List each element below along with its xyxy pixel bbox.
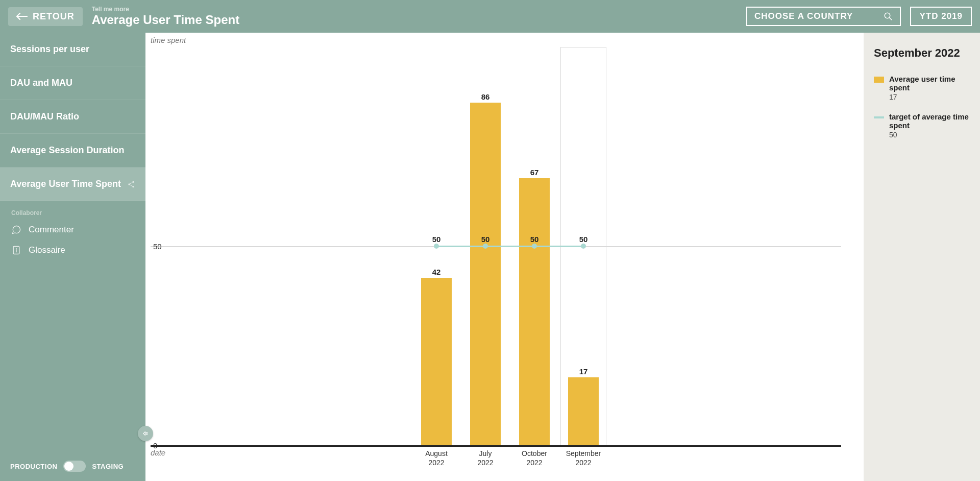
target-value-label: 50 xyxy=(530,235,539,244)
target-point[interactable] xyxy=(532,244,537,249)
collab-item-label: Commenter xyxy=(29,225,74,235)
svg-point-3 xyxy=(132,186,134,187)
main: time spent 50042August202286July202267Oc… xyxy=(145,33,980,481)
x-category-label: August2022 xyxy=(412,449,461,467)
legend-name: Average user time spent xyxy=(889,75,970,92)
bar-value-label: 67 xyxy=(519,168,550,177)
sidebar-item-label: DAU/MAU Ratio xyxy=(10,111,79,122)
target-value-label: 50 xyxy=(481,235,490,244)
env-production-label: PRODUCTION xyxy=(10,463,57,470)
collab-section-label: Collaborer xyxy=(0,201,145,220)
svg-point-5 xyxy=(16,248,17,250)
legend-entry-line: target of average time spent 50 xyxy=(874,112,970,139)
svg-point-1 xyxy=(132,181,134,182)
x-axis-title: date xyxy=(151,448,165,457)
arrow-left-icon xyxy=(16,13,28,20)
x-category-label: September2022 xyxy=(559,449,608,467)
sidebar-item-label: Average Session Duration xyxy=(10,145,124,156)
back-button[interactable]: RETOUR xyxy=(8,7,83,26)
sidebar-item-label: Average User Time Spent xyxy=(10,179,121,189)
svg-point-2 xyxy=(128,183,130,185)
x-category-label: July2022 xyxy=(461,449,510,467)
legend-value: 17 xyxy=(889,93,970,101)
legend-swatch-line xyxy=(874,116,884,118)
document-icon xyxy=(11,245,21,255)
body: Sessions per user DAU and MAU DAU/MAU Ra… xyxy=(0,33,980,481)
y-axis-title: time spent xyxy=(151,36,186,44)
sidebar: Sessions per user DAU and MAU DAU/MAU Ra… xyxy=(0,33,145,481)
chart-bar[interactable] xyxy=(568,377,599,445)
legend-swatch-bar xyxy=(874,77,884,83)
collab-item-label: Glossaire xyxy=(29,245,65,255)
sidebar-item-avg-user-time-spent[interactable]: Average User Time Spent xyxy=(0,167,145,201)
info-panel: September 2022 Average user time spent 1… xyxy=(864,33,980,481)
search-icon xyxy=(884,12,893,21)
legend-value: 50 xyxy=(889,131,970,139)
chart-bar[interactable] xyxy=(519,178,550,445)
chart-bar[interactable] xyxy=(421,278,452,445)
bar-value-label: 86 xyxy=(470,92,501,101)
sidebar-item-label: Sessions per user xyxy=(10,44,89,55)
info-panel-title: September 2022 xyxy=(874,46,970,60)
sidebar-item-avg-session-duration[interactable]: Average Session Duration xyxy=(0,134,145,167)
comment-icon xyxy=(11,225,21,235)
target-value-label: 50 xyxy=(432,235,441,244)
sidebar-item-sessions-per-user[interactable]: Sessions per user xyxy=(0,33,145,66)
sidebar-item-dau-mau-ratio[interactable]: DAU/MAU Ratio xyxy=(0,100,145,134)
legend-entry-bar: Average user time spent 17 xyxy=(874,75,970,101)
env-toggle: PRODUCTION STAGING xyxy=(0,451,145,481)
chart-bar[interactable] xyxy=(470,103,501,445)
sidebar-item-dau-mau[interactable]: DAU and MAU xyxy=(0,66,145,100)
x-category-label: October2022 xyxy=(510,449,559,467)
tell-me-more-link[interactable]: Tell me more xyxy=(92,6,239,13)
country-selector-label: CHOOSE A COUNTRY xyxy=(754,11,853,21)
country-selector[interactable]: CHOOSE A COUNTRY xyxy=(746,7,901,26)
sidebar-commenter[interactable]: Commenter xyxy=(0,220,145,240)
target-value-label: 50 xyxy=(579,235,588,244)
target-point[interactable] xyxy=(483,244,488,249)
x-axis xyxy=(151,445,841,447)
env-staging-label: STAGING xyxy=(92,463,124,470)
chart-area: time spent 50042August202286July202267Oc… xyxy=(145,33,864,481)
chart: 50042August202286July202267October202217… xyxy=(179,47,841,445)
target-line xyxy=(436,246,583,247)
target-point[interactable] xyxy=(434,244,439,249)
env-switch[interactable] xyxy=(63,461,86,472)
sidebar-item-label: DAU and MAU xyxy=(10,78,72,88)
ytd-button[interactable]: YTD 2019 xyxy=(910,7,972,26)
back-label: RETOUR xyxy=(33,11,75,22)
title-wrap: Tell me more Average User Time Spent xyxy=(92,6,239,27)
page-title: Average User Time Spent xyxy=(92,13,239,27)
bar-value-label: 17 xyxy=(568,367,599,376)
share-icon[interactable] xyxy=(127,180,135,188)
bar-value-label: 42 xyxy=(421,268,452,276)
y-tick-50: 50 xyxy=(153,242,162,251)
target-point[interactable] xyxy=(581,244,586,249)
header: RETOUR Tell me more Average User Time Sp… xyxy=(0,0,980,33)
sidebar-glossaire[interactable]: Glossaire xyxy=(0,240,145,260)
legend-name: target of average time spent xyxy=(889,112,970,130)
